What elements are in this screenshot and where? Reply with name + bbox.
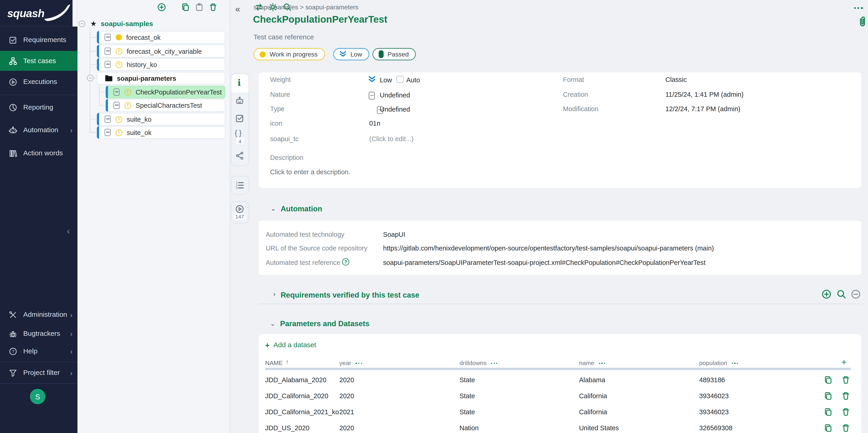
auto-checkbox[interactable]: [396, 76, 403, 83]
sidebar-item-project-filter[interactable]: Project filter ›: [0, 363, 78, 383]
sidebar-item-requirements[interactable]: Requirements: [0, 30, 78, 50]
tree-item[interactable]: ! SpecialCharactersTest: [106, 99, 225, 112]
user-avatar[interactable]: S: [30, 389, 45, 404]
copy-dataset-icon[interactable]: [824, 392, 833, 401]
type-value[interactable]: Undefined: [380, 106, 410, 113]
automated-test-reference-value[interactable]: soapui-parameters/SoapUIParameterTest-so…: [383, 259, 706, 266]
add-circle-icon[interactable]: [157, 3, 166, 12]
section-title-parameters-datasets[interactable]: Parameters and Datasets: [280, 320, 369, 328]
column-header-population[interactable]: population: [699, 360, 738, 366]
execution-status-badge-passed[interactable]: Passed: [373, 48, 416, 60]
importance-badge-low[interactable]: Low: [333, 48, 369, 60]
copy-dataset-icon[interactable]: [824, 408, 833, 417]
remove-requirement-circle-minus-icon[interactable]: [851, 289, 861, 299]
info-icon[interactable]: i: [238, 78, 241, 88]
tab-share-icon[interactable]: [236, 152, 244, 160]
cell-drilldowns: State: [460, 409, 475, 415]
column-header-name-uppercase[interactable]: NAME: [265, 360, 283, 366]
tab-automation-robot-icon[interactable]: [236, 96, 244, 105]
tree-item[interactable]: ! history_ko: [97, 58, 225, 71]
copy-icon[interactable]: [181, 3, 190, 12]
chevron-down-icon[interactable]: ⌄: [270, 321, 275, 327]
tree-item-selected[interactable]: ! CheckPopulationPerYearTest: [106, 86, 225, 99]
tree-root-collapse-toggle[interactable]: −: [79, 20, 85, 27]
weight-value[interactable]: Low: [380, 77, 392, 84]
attachments-paperclip-icon[interactable]: [857, 15, 868, 28]
help-question-icon[interactable]: ?: [342, 258, 349, 265]
collapse-panel-chevrons[interactable]: «: [236, 5, 240, 14]
tab-executions-play-icon[interactable]: [236, 205, 244, 214]
tree-item[interactable]: ! forecast_ok_city_variable: [97, 45, 225, 58]
section-title-automation[interactable]: Automation: [281, 205, 322, 213]
chevron-right-icon[interactable]: ⌄: [270, 292, 276, 297]
add-requirement-circle-plus-icon[interactable]: [822, 289, 832, 299]
column-menu-dots-icon[interactable]: [355, 363, 362, 364]
tab-checklist-icon[interactable]: [236, 114, 244, 123]
icon-value[interactable]: 01n: [369, 120, 380, 127]
tree-item[interactable]: ! suite_ko: [97, 113, 225, 126]
field-label: Automated test reference: [266, 259, 340, 266]
delete-dataset-icon[interactable]: [841, 392, 850, 401]
column-menu-dots-icon[interactable]: [732, 363, 738, 364]
doc-minus-icon: [105, 34, 111, 41]
search-requirements-icon[interactable]: [836, 289, 846, 299]
copy-dataset-icon[interactable]: [824, 375, 833, 385]
sidebar-collapse-chevron[interactable]: ‹: [67, 227, 70, 235]
sidebar-item-bugtrackers[interactable]: Bugtrackers ›: [0, 324, 78, 343]
status-badge-work-in-progress[interactable]: Work in progress: [253, 48, 325, 60]
creation-value: 11/25/24, 1:41 PM (admin): [665, 91, 743, 98]
delete-dataset-icon[interactable]: [841, 375, 850, 385]
cell-population: 39346023: [699, 393, 729, 399]
copy-dataset-icon[interactable]: [824, 424, 833, 433]
tree-root-label[interactable]: soapui-samples: [101, 20, 153, 27]
double-chevron-down-icon[interactable]: [368, 76, 376, 83]
delete-trash-icon[interactable]: [209, 3, 218, 12]
tree-item-label: CheckPopulationPerYearTest: [135, 88, 222, 96]
nature-value[interactable]: Undefined: [380, 92, 410, 98]
column-menu-dots-icon[interactable]: [491, 363, 497, 364]
field-label: Nature: [270, 91, 290, 98]
column-menu-dots-icon[interactable]: [599, 363, 605, 364]
parameters-count-badge: 4: [236, 138, 243, 144]
sidebar-item-administration[interactable]: Administration ›: [0, 305, 78, 325]
reporting-icon: [9, 103, 17, 111]
source-repository-url-value[interactable]: https://gitlab.com/henixdevelopment/open…: [383, 245, 714, 252]
tab-numbered-list-icon[interactable]: 123: [236, 181, 244, 190]
sidebar-item-reporting[interactable]: Reporting: [0, 97, 78, 118]
sidebar-item-executions[interactable]: Executions: [0, 72, 78, 92]
add-column-plus-icon[interactable]: +: [841, 358, 847, 367]
app-logo[interactable]: squash: [0, 0, 72, 27]
breadcrumb[interactable]: soapui-samples > soapui-parameters: [253, 4, 358, 11]
delete-dataset-icon[interactable]: [841, 408, 850, 417]
tree-item[interactable]: ! suite_ok: [97, 126, 225, 139]
column-header-drilldowns[interactable]: drilldowns: [460, 360, 498, 366]
soapui-tc-value[interactable]: (Click to edit...): [369, 135, 413, 142]
sort-ascending-arrow-icon[interactable]: ↑: [286, 359, 289, 365]
tree-item[interactable]: forecast_ok: [97, 31, 225, 44]
add-dataset-button[interactable]: Add a dataset: [273, 342, 316, 348]
item-color-bar: [106, 86, 108, 99]
tree-item-label: forecast_ok: [126, 33, 160, 41]
sidebar-item-action-words[interactable]: Action words: [0, 143, 78, 163]
warning-status-icon: !: [116, 61, 122, 68]
column-header-name[interactable]: name: [579, 360, 605, 366]
cell-year: 2021: [339, 409, 354, 415]
sidebar-item-test-cases[interactable]: Test cases: [0, 51, 78, 71]
description-placeholder[interactable]: Click to enter a description.: [270, 169, 350, 175]
column-header-year[interactable]: year: [339, 360, 362, 366]
section-title-requirements[interactable]: Requirements verified by this test case: [281, 291, 420, 299]
sidebar-item-automation[interactable]: Automation ›: [0, 120, 78, 140]
tab-parameters-braces-icon[interactable]: { }: [235, 129, 242, 137]
tree-folder-collapse-toggle[interactable]: −: [87, 74, 94, 81]
tree-folder-item[interactable]: soapui-parameters: [97, 72, 225, 85]
cell-drilldowns: State: [460, 376, 475, 383]
more-actions-ellipsis-icon[interactable]: [854, 7, 863, 9]
sidebar-divider: [0, 95, 78, 95]
chevron-down-icon[interactable]: ⌄: [271, 206, 276, 212]
executions-icon: [9, 78, 17, 86]
sidebar-item-help[interactable]: ? Help ›: [0, 341, 78, 361]
cell-dataset-name: JDD_California_2021_ko: [265, 409, 339, 415]
paste-clipboard-icon[interactable]: [195, 3, 204, 12]
delete-dataset-icon[interactable]: [841, 424, 850, 433]
automation-icon: [9, 126, 17, 134]
